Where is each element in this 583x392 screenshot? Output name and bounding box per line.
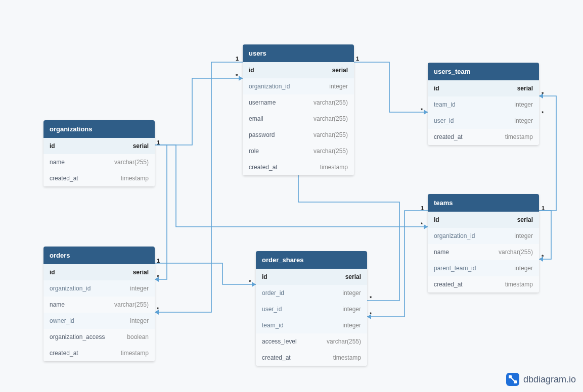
table-row[interactable]: created_attimestamp	[243, 159, 354, 175]
table-row[interactable]: usernamevarchar(255)	[243, 94, 354, 111]
card-many: *	[370, 295, 372, 301]
col-type: integer	[130, 317, 149, 324]
table-header: organizations	[43, 120, 155, 138]
table-row[interactable]: passwordvarchar(255)	[243, 127, 354, 143]
col-type: varchar(255)	[313, 115, 348, 122]
table-row[interactable]: access_levelvarchar(255)	[256, 333, 367, 350]
card-one: 1	[421, 205, 424, 211]
col-type: integer	[514, 265, 533, 272]
col-type: boolean	[127, 333, 149, 340]
col-name: created_at	[50, 175, 78, 182]
col-type: serial	[517, 85, 533, 92]
table-row[interactable]: created_attimestamp	[428, 129, 539, 145]
col-type: integer	[130, 285, 149, 292]
table-row[interactable]: namevarchar(255)	[43, 297, 155, 313]
col-name: role	[249, 148, 259, 155]
col-name: name	[434, 249, 449, 256]
col-type: integer	[514, 101, 533, 108]
table-row[interactable]: user_idinteger	[256, 301, 367, 317]
col-name: id	[434, 216, 439, 223]
table-organizations[interactable]: organizations idserial namevarchar(255) …	[43, 120, 155, 186]
col-type: integer	[514, 117, 533, 124]
col-name: team_id	[262, 322, 284, 329]
col-name: created_at	[262, 354, 291, 361]
col-type: serial	[345, 273, 361, 280]
table-row[interactable]: team_idinteger	[256, 317, 367, 333]
col-type: timestamp	[121, 175, 149, 182]
col-type: varchar(255)	[313, 148, 348, 155]
col-name: email	[249, 115, 263, 122]
col-name: created_at	[50, 350, 78, 357]
table-row[interactable]: organization_accessboolean	[43, 329, 155, 345]
card-many: *	[542, 254, 544, 260]
table-header: users_team	[428, 63, 539, 80]
col-type: integer	[329, 83, 348, 90]
table-row[interactable]: created_attimestamp	[43, 170, 155, 186]
col-type: serial	[332, 67, 348, 74]
table-row[interactable]: created_attimestamp	[428, 276, 539, 292]
col-name: organization_id	[50, 285, 91, 292]
col-name: created_at	[249, 164, 278, 171]
table-row[interactable]: created_attimestamp	[43, 345, 155, 361]
card-one: 1	[157, 258, 160, 264]
table-row[interactable]: idserial	[428, 212, 539, 228]
table-row[interactable]: organization_idinteger	[428, 228, 539, 244]
table-row[interactable]: idserial	[43, 138, 155, 154]
col-name: access_level	[262, 338, 297, 345]
col-name: id	[249, 67, 254, 74]
card-many: *	[542, 91, 544, 97]
table-row[interactable]: created_attimestamp	[256, 350, 367, 366]
card-many: *	[157, 306, 159, 312]
col-name: id	[50, 269, 55, 276]
card-one: 1	[157, 139, 160, 145]
table-row[interactable]: idserial	[243, 62, 354, 78]
col-name: owner_id	[50, 317, 74, 324]
table-row[interactable]: user_idinteger	[428, 113, 539, 129]
card-many: *	[421, 221, 423, 227]
col-name: name	[50, 159, 65, 166]
col-name: order_id	[262, 289, 284, 297]
table-row[interactable]: namevarchar(255)	[43, 154, 155, 170]
col-type: integer	[342, 289, 361, 297]
table-header: teams	[428, 194, 539, 212]
col-type: varchar(255)	[313, 131, 348, 138]
table-teams[interactable]: teams idserial organization_idinteger na…	[428, 194, 539, 292]
col-type: timestamp	[333, 354, 361, 361]
table-row[interactable]: namevarchar(255)	[428, 244, 539, 260]
table-row[interactable]: organization_idinteger	[243, 78, 354, 94]
table-users[interactable]: users idserial organization_idinteger us…	[243, 44, 354, 175]
table-row[interactable]: idserial	[256, 269, 367, 285]
table-order-shares[interactable]: order_shares idserial order_idinteger us…	[256, 251, 367, 366]
col-name: organization_id	[434, 232, 475, 239]
card-one: 1	[236, 56, 239, 62]
card-many: *	[236, 73, 238, 79]
col-type: integer	[342, 322, 361, 329]
table-row[interactable]: owner_idinteger	[43, 313, 155, 329]
table-row[interactable]: team_idinteger	[428, 96, 539, 113]
col-type: timestamp	[505, 281, 533, 288]
card-one: 1	[542, 205, 545, 211]
table-row[interactable]: parent_team_idinteger	[428, 260, 539, 276]
card-many: *	[542, 110, 544, 116]
table-orders[interactable]: orders idserial organization_idinteger n…	[43, 247, 155, 361]
table-row[interactable]: order_idinteger	[256, 285, 367, 301]
card-many: *	[370, 311, 372, 317]
col-name: team_id	[434, 101, 456, 108]
col-type: timestamp	[121, 350, 149, 357]
col-name: id	[262, 273, 267, 280]
logo-text: dbdiagram.io	[523, 374, 576, 385]
table-row[interactable]: emailvarchar(255)	[243, 111, 354, 127]
table-row[interactable]: rolevarchar(255)	[243, 143, 354, 159]
table-row[interactable]: idserial	[43, 264, 155, 280]
table-row[interactable]: idserial	[428, 80, 539, 96]
col-name: user_id	[434, 117, 454, 124]
card-many: *	[157, 274, 159, 280]
logo-icon	[506, 373, 519, 386]
col-type: varchar(255)	[327, 338, 361, 345]
col-name: id	[434, 85, 439, 92]
logo[interactable]: dbdiagram.io	[506, 373, 576, 386]
card-many: *	[249, 279, 251, 285]
card-many: *	[421, 107, 423, 113]
table-users-team[interactable]: users_team idserial team_idinteger user_…	[428, 63, 539, 145]
table-row[interactable]: organization_idinteger	[43, 280, 155, 297]
